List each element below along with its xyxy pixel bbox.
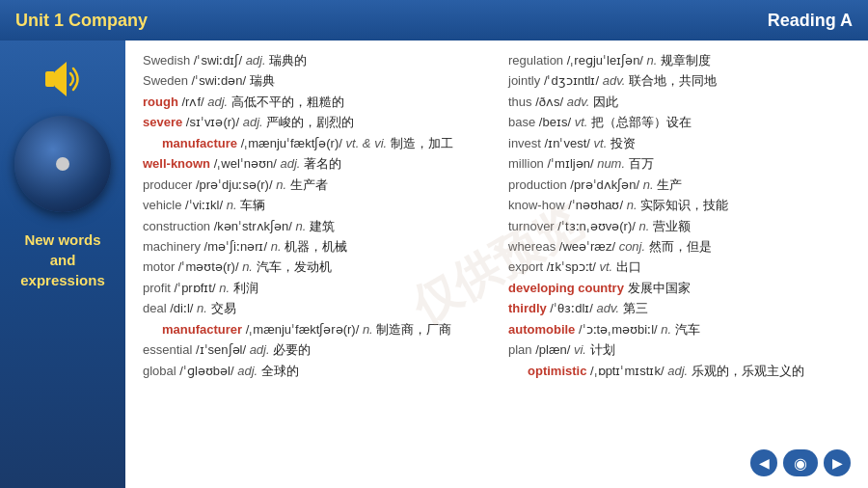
word-phonetic: /ˈθɜːdlɪ/	[550, 301, 593, 315]
word-phonetic: /prəˈdʌkʃən/	[570, 177, 639, 192]
word-entry: thus /ðʌs/ adv. 因此	[508, 92, 851, 112]
next-button[interactable]: ▶	[824, 449, 851, 476]
word-pos: adv.	[603, 73, 626, 88]
word-entry: developing country 发展中国家	[508, 278, 851, 298]
word-meaning: 投资	[610, 136, 636, 150]
word-headword: deal	[143, 301, 167, 315]
word-headword: well-known	[143, 156, 210, 171]
eye-button[interactable]: ◉	[783, 449, 818, 476]
prev-button[interactable]: ◀	[750, 449, 777, 476]
cd-image	[14, 116, 111, 212]
word-entry: plan /plæn/ vi. 计划	[508, 339, 851, 360]
word-line: turnover /ˈtɜːnˌəʊvə(r)/ n. 营业额	[508, 219, 691, 233]
word-meaning: 机器，机械	[285, 239, 347, 254]
word-meaning: 然而，但是	[649, 239, 712, 254]
word-entry: Swedish /ˈswiːdɪʃ/ adj. 瑞典的	[143, 50, 485, 70]
word-line: export /ɪkˈspɔːt/ vt. 出口	[508, 259, 641, 274]
word-line: manufacturer /ˌmænjuˈfæktʃərə(r)/ n. 制造商…	[143, 319, 485, 339]
word-phonetic: /ˈswiːdən/	[192, 73, 246, 88]
word-meaning: 营业额	[653, 219, 691, 233]
word-pos: vt.	[594, 136, 608, 150]
word-meaning: 第三	[623, 301, 648, 315]
word-entry: jointly /ˈdʒɔɪntlɪ/ adv. 联合地，共同地	[508, 70, 851, 91]
word-entry: manufacturer /ˌmænjuˈfæktʃərə(r)/ n. 制造商…	[143, 319, 485, 339]
word-headword: vehicle	[143, 198, 181, 212]
word-line: automobile /ˈɔːtəˌməʊbiːl/ n. 汽车	[508, 322, 700, 337]
main-area: New wordsandexpressions 仅供预览 Swedish /ˈs…	[0, 41, 868, 488]
sidebar-label: New wordsandexpressions	[13, 230, 113, 290]
word-entry: whereas /weəˈræz/ conj. 然而，但是	[508, 236, 851, 257]
word-line: manufacture /ˌmænjuˈfæktʃə(r)/ vt. & vi.…	[143, 133, 485, 153]
word-line: thirdly /ˈθɜːdlɪ/ adv. 第三	[508, 301, 648, 315]
section-title: Reading A	[768, 11, 853, 31]
word-entry: severe /sɪˈvɪə(r)/ adj. 严峻的，剧烈的	[143, 112, 485, 132]
word-entry: know-how /ˈnəʊhaʊ/ n. 实际知识，技能	[508, 195, 851, 215]
word-line: machinery /məˈʃiːnərɪ/ n. 机器，机械	[143, 239, 347, 254]
word-meaning: 乐观的，乐观主义的	[692, 364, 804, 378]
word-meaning: 交易	[211, 301, 236, 315]
word-entry: well-known /ˌwelˈnəʊn/ adj. 著名的	[143, 153, 485, 174]
word-headword: turnover	[508, 219, 555, 233]
word-headword: plan	[508, 342, 532, 357]
word-pos: adj.	[246, 53, 266, 68]
word-headword: profit	[143, 281, 171, 295]
word-line: severe /sɪˈvɪə(r)/ adj. 严峻的，剧烈的	[143, 115, 354, 129]
word-pos: vt.	[599, 259, 612, 274]
word-headword: Sweden	[143, 73, 188, 88]
word-headword: severe	[143, 115, 182, 129]
speaker-icon[interactable]	[40, 56, 86, 106]
word-line: producer /prəˈdjuːsə(r)/ n. 生产者	[143, 177, 328, 192]
word-phonetic: /ˌwelˈnəʊn/	[214, 156, 277, 171]
word-pos: adj.	[207, 95, 228, 109]
word-meaning: 瑞典的	[269, 53, 307, 68]
word-line: deal /diːl/ n. 交易	[143, 301, 236, 315]
word-entry: export /ɪkˈspɔːt/ vt. 出口	[508, 257, 851, 277]
word-meaning: 制造商，厂商	[376, 322, 451, 337]
word-headword: base	[508, 115, 535, 129]
word-meaning: 建筑	[310, 219, 335, 233]
word-entry: turnover /ˈtɜːnˌəʊvə(r)/ n. 营业额	[508, 216, 851, 236]
word-pos: adv.	[597, 301, 620, 315]
word-headword: whereas	[508, 239, 556, 254]
word-phonetic: /ˈswiːdɪʃ/	[194, 53, 242, 68]
word-phonetic: /ˌmænjuˈfæktʃərə(r)/	[246, 322, 360, 337]
word-entry: million /ˈmɪljən/ num. 百万	[508, 153, 851, 174]
word-headword: rough	[143, 95, 178, 109]
word-meaning: 利润	[233, 281, 258, 295]
svg-marker-1	[55, 62, 67, 96]
word-pos: n.	[227, 198, 237, 212]
word-meaning: 发展中国家	[628, 281, 691, 295]
word-phonetic: /ˌmænjuˈfæktʃə(r)/	[241, 136, 342, 150]
word-headword: Swedish	[143, 53, 190, 68]
word-line: base /beɪs/ vt. 把（总部等）设在	[508, 115, 692, 129]
svg-rect-0	[45, 71, 55, 87]
word-entry: thirdly /ˈθɜːdlɪ/ adv. 第三	[508, 298, 851, 318]
word-phonetic: /ˈviːɪkl/	[185, 198, 223, 212]
word-headword: thirdly	[508, 301, 547, 315]
word-entry: manufacture /ˌmænjuˈfæktʃə(r)/ vt. & vi.…	[143, 133, 485, 153]
word-meaning: 计划	[590, 342, 615, 357]
word-phonetic: /ˈnəʊhaʊ/	[568, 198, 623, 212]
word-headword: know-how	[508, 198, 565, 212]
word-line: essential /ɪˈsenʃəl/ adj. 必要的	[143, 342, 311, 357]
word-line: optimistic /ˌɒptɪˈmɪstɪk/ adj. 乐观的，乐观主义的	[508, 361, 851, 381]
word-pos: n.	[647, 53, 658, 68]
word-meaning: 全球的	[261, 364, 299, 378]
word-phonetic: /ˈmɪljən/	[547, 156, 593, 171]
word-line: developing country 发展中国家	[508, 281, 691, 295]
word-headword: manufacture	[162, 136, 237, 150]
word-entry: Sweden /ˈswiːdən/ 瑞典	[143, 70, 485, 91]
word-meaning: 著名的	[304, 156, 341, 171]
sidebar: New wordsandexpressions	[0, 41, 125, 488]
word-pos: vi.	[574, 342, 586, 357]
word-headword: essential	[143, 342, 192, 357]
word-phonetic: /məˈʃiːnərɪ/	[204, 239, 268, 254]
word-headword: manufacturer	[162, 322, 242, 337]
word-meaning: 联合地，共同地	[629, 73, 717, 88]
word-meaning: 生产	[657, 177, 682, 192]
word-line: motor /ˈməʊtə(r)/ n. 汽车，发动机	[143, 259, 332, 274]
word-headword: invest	[508, 136, 541, 150]
word-meaning: 汽车，发动机	[257, 259, 332, 274]
word-phonetic: /sɪˈvɪə(r)/	[186, 115, 239, 129]
word-entry: deal /diːl/ n. 交易	[143, 298, 485, 318]
